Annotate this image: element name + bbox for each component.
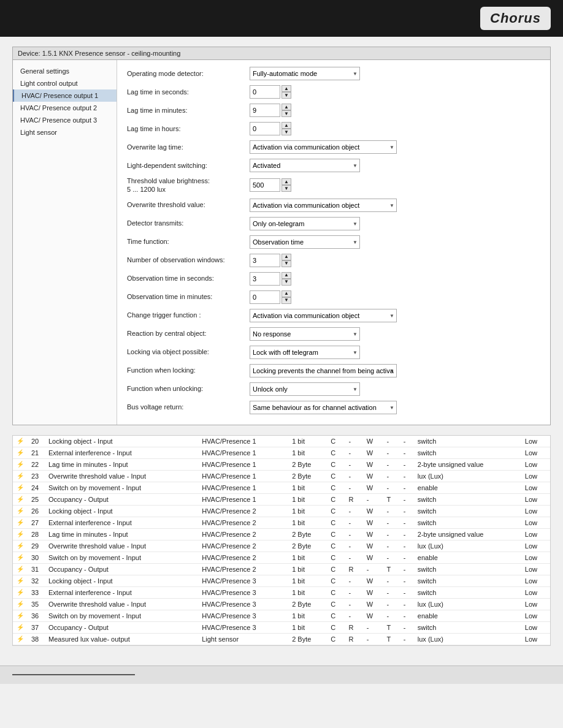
row-t: - (383, 575, 399, 586)
dropdown-7[interactable]: Activation via communication object (250, 199, 397, 212)
spinner-input-11[interactable] (250, 272, 280, 286)
row-u: - (400, 575, 414, 586)
spinner-down-2[interactable]: ▼ (282, 110, 291, 117)
row-group: HVAC/Presence 3 (198, 575, 288, 586)
spinner-down-11[interactable]: ▼ (282, 279, 291, 286)
sidebar-item-general[interactable]: General settings (13, 65, 117, 77)
row-num: 25 (28, 493, 45, 505)
dropdown-13[interactable]: Activation via communication object (250, 309, 397, 322)
row-t: - (383, 482, 399, 493)
row-type: switch (414, 447, 521, 458)
dropdown-wrapper-18: Same behaviour as for channel activation (250, 401, 397, 414)
spinner-up-3[interactable]: ▲ (282, 122, 291, 129)
dropdown-0[interactable]: Fully-automatic mode (250, 67, 360, 80)
row-name: Occupancy - Output (45, 621, 198, 633)
spinner-up-12[interactable]: ▲ (282, 290, 291, 297)
setting-control-14: No response (250, 327, 540, 341)
row-u: - (400, 436, 414, 447)
spinner-input-2[interactable] (250, 104, 280, 117)
spinner-down-3[interactable]: ▼ (282, 129, 291, 135)
row-r: - (345, 552, 363, 563)
row-r: - (345, 517, 363, 528)
row-size: 1 bit (288, 575, 327, 586)
row-num: 24 (28, 482, 45, 493)
row-w: W (363, 517, 383, 528)
sidebar-item-light[interactable]: Light control output (13, 77, 117, 89)
dropdown-15[interactable]: Lock with off telegram (250, 346, 360, 359)
sidebar-item-lightsensor[interactable]: Light sensor (13, 126, 117, 138)
setting-label-7: Overwrite threshold value: (127, 200, 250, 209)
setting-row-4: Overwrite lag time:Activation via commun… (127, 140, 540, 154)
row-group: Light sensor (198, 633, 288, 645)
dropdown-14[interactable]: No response (250, 327, 360, 341)
setting-row-6: Threshold value brightness: 5 ... 1200 l… (127, 176, 540, 194)
setting-control-0: Fully-automatic mode (250, 67, 540, 80)
spinner-up-1[interactable]: ▲ (282, 85, 291, 92)
row-priority: Low (521, 528, 550, 540)
row-icon: ⚡ (13, 505, 28, 517)
spinner-down-12[interactable]: ▼ (282, 297, 291, 304)
table-row: ⚡30Switch on by movement - InputHVAC/Pre… (13, 552, 550, 563)
spinner-input-6[interactable] (250, 178, 280, 192)
spinner-up-11[interactable]: ▲ (282, 272, 291, 279)
row-icon: ⚡ (13, 458, 28, 470)
spinner-down-10[interactable]: ▼ (282, 260, 291, 267)
spinner-input-12[interactable] (250, 290, 280, 304)
dropdown-5[interactable]: Activated (250, 159, 360, 172)
setting-row-13: Change trigger function :Activation via … (127, 308, 540, 323)
row-u: - (400, 633, 414, 645)
setting-label-12: Observation time in minutes: (127, 292, 250, 301)
row-size: 1 bit (288, 586, 327, 598)
spinner-input-10[interactable] (250, 254, 280, 267)
row-w: W (363, 447, 383, 458)
row-c: C (327, 621, 345, 633)
left-nav: General settingsLight control outputHVAC… (13, 60, 117, 425)
row-priority: Low (521, 540, 550, 552)
row-u: - (400, 493, 414, 505)
dropdown-17[interactable]: Unlock only (250, 382, 360, 396)
row-type: enable (414, 610, 521, 621)
row-icon: ⚡ (13, 528, 28, 540)
row-u: - (400, 552, 414, 563)
row-r: - (345, 598, 363, 610)
setting-control-3: ▲▼ (250, 122, 540, 135)
setting-control-7: Activation via communication object (250, 199, 540, 212)
dropdown-4[interactable]: Activation via communication object (250, 140, 397, 154)
spinner-up-10[interactable]: ▲ (282, 254, 291, 260)
row-t: - (383, 447, 399, 458)
row-w: - (363, 563, 383, 575)
spinner-down-6[interactable]: ▼ (282, 185, 291, 192)
spinner-down-1[interactable]: ▼ (282, 92, 291, 99)
setting-control-17: Unlock only (250, 382, 540, 396)
sidebar-item-hvac2[interactable]: HVAC/ Presence output 2 (13, 102, 117, 114)
dropdown-18[interactable]: Same behaviour as for channel activation (250, 401, 397, 414)
dropdown-wrapper-5: Activated (250, 159, 360, 172)
spinner-up-6[interactable]: ▲ (282, 178, 291, 185)
dropdown-16[interactable]: Locking prevents the channel from being … (250, 364, 397, 377)
row-icon: ⚡ (13, 493, 28, 505)
dropdown-8[interactable]: Only on-telegram (250, 217, 360, 230)
setting-label-11: Observation time in seconds: (127, 274, 250, 282)
spinner-6: ▲▼ (250, 178, 291, 192)
row-priority: Low (521, 517, 550, 528)
spinner-buttons-11: ▲▼ (282, 272, 291, 286)
setting-control-13: Activation via communication object (250, 309, 540, 322)
spinner-up-2[interactable]: ▲ (282, 104, 291, 110)
row-c: C (327, 482, 345, 493)
table-row: ⚡20Locking object - InputHVAC/Presence 1… (13, 436, 550, 447)
row-type: lux (Lux) (414, 598, 521, 610)
sidebar-item-hvac1[interactable]: HVAC/ Presence output 1 (13, 89, 117, 102)
setting-label-5: Light-dependent switching: (127, 161, 250, 170)
spinner-input-1[interactable] (250, 85, 280, 99)
spinner-2: ▲▼ (250, 104, 291, 117)
row-num: 35 (28, 598, 45, 610)
row-u: - (400, 540, 414, 552)
spinner-input-3[interactable] (250, 122, 280, 135)
table-row: ⚡23Overwrite threshold value - InputHVAC… (13, 470, 550, 482)
sidebar-item-hvac3[interactable]: HVAC/ Presence output 3 (13, 114, 117, 126)
row-num: 33 (28, 586, 45, 598)
row-group: HVAC/Presence 1 (198, 458, 288, 470)
row-size: 1 bit (288, 436, 327, 447)
row-c: C (327, 575, 345, 586)
dropdown-9[interactable]: Observation time (250, 235, 360, 249)
